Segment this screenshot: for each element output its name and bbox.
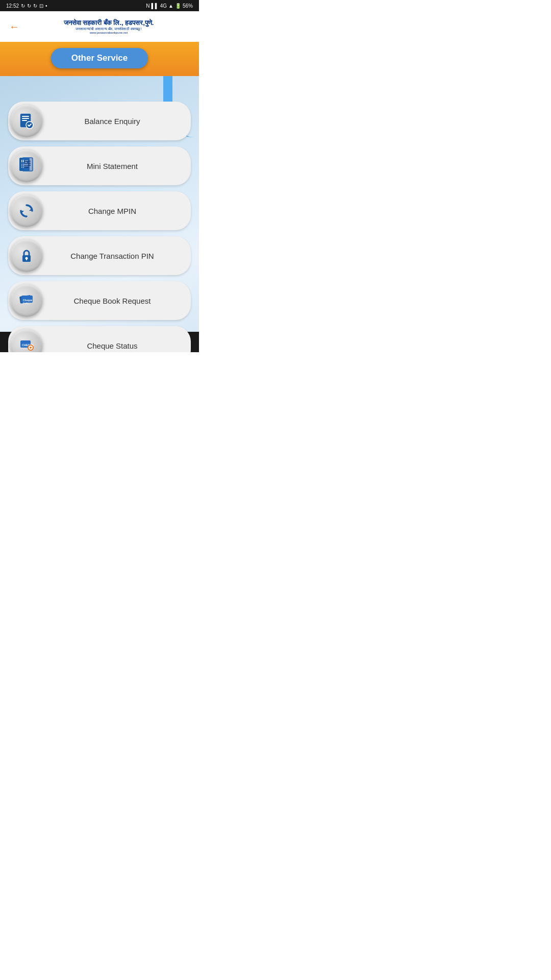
sync-icon: ↻: [21, 3, 25, 9]
sync-icon3: ↻: [33, 3, 37, 9]
network-label: 4G: [160, 3, 167, 9]
main-content: Balance Enquiry Mini Statement Change MP…: [0, 76, 199, 352]
screenshot-icon: ⊡: [39, 3, 43, 9]
time: 12:52: [6, 3, 19, 9]
mini-statement-icon: [10, 150, 43, 182]
svg-rect-17: [24, 167, 29, 168]
svg-rect-13: [22, 158, 33, 171]
nfc-icon: N: [146, 3, 149, 9]
svg-rect-2: [22, 118, 29, 119]
change-mpin-label: Change MPIN: [44, 207, 181, 215]
bank-logo-area: जनसेवा सहकारी बँक लि., हडपसर,पुणे. जनसाम…: [23, 19, 194, 34]
cheque-status-label: Cheque Status: [44, 341, 181, 350]
svg-text:Book: Book: [23, 302, 28, 304]
signal-icon: ▌▌: [152, 3, 159, 9]
bank-name: जनसेवा सहकारी बँक लि., हडपसर,पुणे.: [64, 19, 154, 27]
svg-rect-3: [22, 120, 27, 121]
svg-point-31: [30, 347, 32, 349]
service-item-balance-enquiry[interactable]: Balance Enquiry: [8, 102, 191, 140]
status-right: N ▌▌ 4G ▲ 🔋 56%: [146, 3, 193, 9]
battery-icon: 🔋: [175, 3, 181, 9]
change-mpin-icon: [10, 194, 43, 227]
page-title: Other Service: [51, 48, 148, 68]
service-list: Balance Enquiry Mini Statement Change MP…: [8, 76, 191, 352]
back-button[interactable]: ←: [5, 19, 23, 35]
balance-enquiry-icon: [10, 105, 43, 137]
balance-enquiry-label: Balance Enquiry: [44, 117, 181, 126]
cheque-book-request-icon: Cheque Book: [10, 284, 43, 317]
svg-rect-14: [24, 161, 31, 162]
change-transaction-pin-icon: [10, 239, 43, 272]
cheque-book-request-label: Cheque Book Request: [44, 297, 181, 305]
header: ← जनसेवा सहकारी बँक लि., हडपसर,पुणे. जनस…: [0, 11, 199, 42]
status-left: 12:52 ↻ ↻ ↻ ⊡ •: [6, 3, 47, 9]
service-item-change-transaction-pin[interactable]: Change Transaction PIN: [8, 236, 191, 275]
change-transaction-pin-label: Change Transaction PIN: [44, 252, 181, 260]
service-item-mini-statement[interactable]: Mini Statement: [8, 146, 191, 185]
svg-rect-1: [22, 116, 29, 117]
mini-statement-label: Mini Statement: [44, 162, 181, 170]
bank-tagline: जनसामान्यांची असामान्य बँक, जनसेवेसाठी व…: [76, 27, 142, 31]
battery-percent: 56%: [183, 3, 193, 9]
service-item-cheque-book-request[interactable]: Cheque Book Cheque Book Request: [8, 281, 191, 320]
svg-rect-22: [26, 259, 27, 260]
service-item-cheque-status[interactable]: CHEQUE Cheque Status: [8, 326, 191, 352]
sync-icon2: ↻: [27, 3, 31, 9]
cheque-status-icon: CHEQUE: [10, 329, 43, 352]
svg-rect-16: [24, 165, 31, 166]
status-bar: 12:52 ↻ ↻ ↻ ⊡ • N ▌▌ 4G ▲ 🔋 56%: [0, 0, 199, 11]
signal-bars: ▲: [168, 3, 173, 9]
dot-indicator: •: [45, 3, 47, 9]
bank-website: www.janasevabankpune.net: [90, 31, 128, 34]
svg-rect-15: [24, 163, 31, 164]
service-item-change-mpin[interactable]: Change MPIN: [8, 191, 191, 230]
